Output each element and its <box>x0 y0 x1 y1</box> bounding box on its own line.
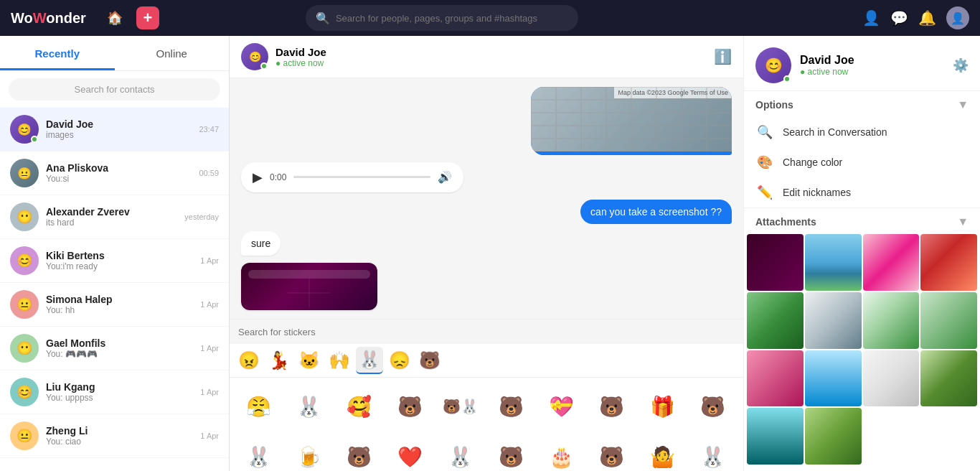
contact-search[interactable]: Search for contacts <box>9 78 220 101</box>
sticker-item[interactable]: 🐰 <box>284 382 333 431</box>
contact-name: Liu Kgang <box>46 381 193 393</box>
contact-time: 1 Apr <box>200 388 219 396</box>
sticker-item[interactable]: 🥰 <box>335 382 384 431</box>
top-nav: WoWonder 🏠 + 🔍 👤 💬 🔔 👤 <box>0 0 980 36</box>
attachment-thumb[interactable] <box>863 292 920 349</box>
sticker-tab-6[interactable]: 😞 <box>386 347 413 374</box>
sticker-tab-1[interactable]: 😠 <box>235 347 263 374</box>
attachment-thumb[interactable] <box>920 350 977 407</box>
tab-online[interactable]: Online <box>115 36 230 70</box>
volume-icon[interactable]: 🔊 <box>438 170 452 184</box>
sticker-item[interactable]: 🐻 <box>588 382 636 431</box>
sticker-tab-2[interactable]: 💃 <box>265 347 293 374</box>
sticker-tab-3[interactable]: 🐱 <box>296 347 323 374</box>
attachment-thumb[interactable] <box>805 408 862 465</box>
sticker-area: 😠 💃 🐱 🙌 🐰 😞 🐻 😤 🐰 🥰 🐻 🐻🐰 🐻 💝 🐻 🎁 <box>230 319 743 471</box>
contact-item[interactable]: 😐 Zheng Li You: ciao 1 Apr <box>0 414 229 458</box>
search-option-label: Search in Conversation <box>783 126 887 138</box>
incoming-message: sure <box>241 231 281 256</box>
attachment-thumb[interactable] <box>747 292 804 349</box>
sticker-search-input[interactable] <box>238 327 735 337</box>
sticker-item[interactable]: 🐻 <box>486 382 535 431</box>
sticker-item[interactable]: 🐻 <box>486 432 535 471</box>
contact-item[interactable]: 😶 Gael Monfils You: 🎮🎮🎮 1 Apr <box>0 327 229 370</box>
sticker-item[interactable]: 🤷 <box>638 432 687 471</box>
attachment-thumb[interactable] <box>805 350 862 407</box>
settings-button[interactable]: ⚙️ <box>953 57 969 73</box>
sticker-item[interactable]: 🐻 <box>588 432 636 471</box>
contact-item[interactable]: 😐 Ana Pliskova You:si 00:59 <box>0 151 229 195</box>
contact-time: 23:47 <box>199 125 219 134</box>
global-search-input[interactable] <box>336 13 568 24</box>
contact-preview: You: 🎮🎮🎮 <box>46 349 193 359</box>
attachment-thumb[interactable] <box>805 292 862 349</box>
contact-item[interactable]: 😊 Liu Kgang You: upppss 1 Apr <box>0 370 229 414</box>
attachment-thumb[interactable] <box>805 234 862 291</box>
attachment-thumb[interactable] <box>863 234 920 291</box>
sticker-tab-4[interactable]: 🙌 <box>326 347 353 374</box>
home-button[interactable]: 🏠 <box>102 5 128 31</box>
user-avatar[interactable]: 👤 <box>946 6 969 29</box>
contact-item[interactable]: 😊 David Joe images 23:47 <box>0 108 229 151</box>
map-grid <box>531 87 732 151</box>
sticker-item[interactable]: 🐻 <box>335 432 384 471</box>
contact-name: Gael Monfils <box>46 337 193 349</box>
sticker-item[interactable]: 🎁 <box>638 382 687 431</box>
tabs: Recently Online <box>0 36 229 71</box>
contact-preview: You:i'm ready <box>46 261 193 271</box>
sticker-tab-7[interactable]: 🐻 <box>416 347 443 374</box>
sticker-item[interactable]: 💝 <box>537 382 585 431</box>
attachment-thumb[interactable] <box>920 234 977 291</box>
location-message: Map data ©2023 Google Terms of Use My Lo… <box>531 87 732 155</box>
sticker-item[interactable]: ❤️ <box>385 432 434 471</box>
search-in-conversation-option[interactable]: 🔍 Search in Conversation <box>744 117 980 147</box>
contact-info: Alexander Zverev its hard <box>46 206 177 228</box>
color-option-icon: 🎨 <box>757 154 773 170</box>
sticker-item[interactable]: 🎂 <box>537 432 585 471</box>
change-color-option[interactable]: 🎨 Change color <box>744 147 980 177</box>
sticker-item[interactable]: 😤 <box>234 382 283 431</box>
contact-item[interactable]: 😶 Alexander Zverev its hard yesterday <box>0 195 229 239</box>
sticker-item[interactable]: 🐻🐰 <box>436 382 485 431</box>
avatar: 😶 <box>10 334 39 363</box>
contact-preview: its hard <box>46 218 177 228</box>
sticker-item[interactable]: 🍺 <box>284 432 333 471</box>
contact-info: Simona Halep You: hh <box>46 294 193 315</box>
screenshot-searchbar-decoration <box>248 270 370 279</box>
contact-name: David Joe <box>46 118 192 130</box>
sticker-item[interactable]: 🐰 <box>689 432 738 471</box>
tab-recently[interactable]: Recently <box>0 36 115 70</box>
contact-time: 1 Apr <box>200 432 219 440</box>
notification-icon[interactable]: 🔔 <box>918 9 936 27</box>
left-sidebar: Recently Online Search for contacts 😊 Da… <box>0 36 230 471</box>
user-menu-icon[interactable]: 👤 <box>862 9 880 27</box>
attachment-thumb[interactable] <box>747 350 804 407</box>
sticker-item[interactable]: 🐰 <box>436 432 485 471</box>
contact-item[interactable]: 😐 Simona Halep You: hh 1 Apr <box>0 283 229 327</box>
chat-icon[interactable]: 💬 <box>890 9 908 27</box>
options-section-title: Options <box>755 99 793 111</box>
sticker-item[interactable]: 🐻 <box>689 382 738 431</box>
audio-progress-bar[interactable] <box>293 176 430 178</box>
options-chevron-icon[interactable]: ▼ <box>957 98 969 111</box>
info-button[interactable]: ℹ️ <box>714 48 732 65</box>
contact-name: Simona Halep <box>46 294 193 305</box>
attachment-thumb[interactable] <box>863 350 920 407</box>
contact-info: David Joe images <box>46 118 192 140</box>
attachment-thumb[interactable] <box>747 234 804 291</box>
play-button[interactable]: ▶ <box>253 169 263 185</box>
sticker-item[interactable]: 🐰 <box>234 432 283 471</box>
contact-item[interactable]: 😊 Kiki Bertens You:i'm ready 1 Apr <box>0 239 229 283</box>
avatar: 😐 <box>10 290 39 319</box>
attachment-thumb[interactable] <box>920 292 977 349</box>
sticker-item[interactable]: 🐻 <box>385 382 434 431</box>
sticker-tab-5[interactable]: 🐰 <box>356 347 383 374</box>
attachments-chevron-icon[interactable]: ▼ <box>957 215 969 228</box>
edit-nicknames-option[interactable]: ✏️ Edit nicknames <box>744 177 980 207</box>
add-button[interactable]: + <box>136 6 159 29</box>
attachment-thumb[interactable] <box>747 408 804 465</box>
screenshot-content-svg <box>288 279 331 307</box>
screenshot-message <box>241 263 377 310</box>
contact-info: Liu Kgang You: upppss <box>46 381 193 403</box>
global-search-bar: 🔍 <box>306 5 578 31</box>
